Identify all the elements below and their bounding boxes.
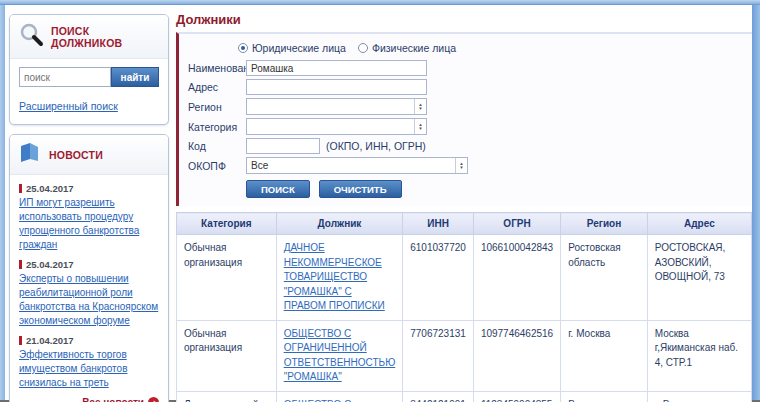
address-label: Адрес (188, 81, 246, 93)
news-date: 25.04.2017 (19, 259, 159, 270)
sidebar: ПОИСК ДОЛЖНИКОВ найти Расширенный поиск … (9, 14, 169, 402)
address-input[interactable] (246, 79, 427, 95)
debtor-link[interactable]: ОБЩЕСТВО С ОГРАНИЧЕННОЙ ОТВЕТСТВЕННОСТЬЮ… (284, 399, 396, 402)
debtor-search-panel: ПОИСК ДОЛЖНИКОВ найти Расширенный поиск (9, 14, 169, 125)
address-cell: РОСТОВСКАЯ, АЗОВСКИЙ, ОВОЩНОЙ, 73 (647, 235, 751, 321)
select-stepper-icon[interactable]: ▲▼ (455, 158, 467, 173)
name-label: Наименование (188, 62, 246, 74)
okopf-label: ОКОПФ (188, 160, 246, 172)
ogrn-cell: 1123459004855 (473, 391, 560, 402)
column-header[interactable]: Должник (276, 213, 403, 235)
search-input[interactable] (19, 67, 111, 87)
region-cell: г. Москва (561, 320, 648, 391)
ogrn-cell: 1097746462516 (473, 320, 560, 391)
okopf-select-value: Все (247, 160, 455, 171)
news-title: НОВОСТИ (49, 149, 103, 161)
address-cell: Москва г,Якиманская наб. 4, СТР.1 (647, 320, 751, 391)
name-input[interactable] (246, 60, 427, 76)
column-header[interactable]: ИНН (403, 213, 474, 235)
region-select[interactable]: ▲▼ (246, 98, 427, 115)
all-news-link[interactable]: Все новости (82, 397, 144, 402)
column-header[interactable]: Категория (177, 213, 277, 235)
news-item: 25.04.2017Эксперты о повышении реабилита… (19, 259, 159, 328)
book-icon (18, 142, 42, 168)
debtor-cell: ОБЩЕСТВО С ОГРАНИЧЕННОЙ ОТВЕТСТВЕННОСТЬЮ… (276, 320, 403, 391)
inn-cell: 3442121991 (403, 391, 474, 402)
date-tick-icon (19, 336, 22, 345)
debtor-search-title: ПОИСК ДОЛЖНИКОВ (51, 25, 160, 49)
category-label: Категория (188, 121, 246, 133)
category-cell: Ликвидируемый должник (177, 391, 277, 402)
legal-entities-radio[interactable]: Юридические лица (238, 42, 346, 54)
debtor-filter-form: Юридические лица Физические лица Наимено… (176, 32, 752, 206)
radio-unselected-icon[interactable] (358, 43, 368, 53)
inn-cell: 7706723131 (403, 320, 474, 391)
news-panel-header: НОВОСТИ (10, 135, 168, 175)
code-hint: (ОКПО, ИНН, ОГРН) (326, 140, 426, 152)
region-cell: Волгоградская область (561, 391, 648, 402)
main-content: Должники Юридические лица Физические лиц… (176, 12, 752, 402)
news-date: 21.04.2017 (19, 335, 159, 346)
debtor-link[interactable]: ОБЩЕСТВО С ОГРАНИЧЕННОЙ ОТВЕТСТВЕННОСТЬЮ… (284, 328, 396, 383)
news-link[interactable]: ИП могут разрешить использовать процедур… (19, 196, 159, 252)
debtor-cell: ДАЧНОЕ НЕКОММЕРЧЕСКОЕ ТОВАРИЩЕСТВО "РОМА… (276, 235, 403, 321)
category-cell: Обычная организация (177, 235, 277, 321)
date-tick-icon (19, 260, 22, 269)
debtor-link[interactable]: ДАЧНОЕ НЕКОММЕРЧЕСКОЕ ТОВАРИЩЕСТВО "РОМА… (284, 242, 385, 311)
news-date: 25.04.2017 (19, 183, 159, 194)
page-top-border (0, 0, 760, 5)
news-link[interactable]: Эксперты о повышении реабилитационной ро… (19, 272, 159, 328)
ogrn-cell: 1066100042843 (473, 235, 560, 321)
page-left-border (0, 5, 5, 402)
okopf-select[interactable]: Все ▲▼ (246, 157, 468, 174)
individuals-radio[interactable]: Физические лица (358, 42, 456, 54)
column-header[interactable]: Адрес (647, 213, 751, 235)
inn-cell: 6101037720 (403, 235, 474, 321)
column-header[interactable]: ОГРН (473, 213, 560, 235)
date-tick-icon (19, 184, 22, 193)
table-row: Обычная организацияОБЩЕСТВО С ОГРАНИЧЕНН… (177, 320, 752, 391)
code-label: Код (188, 140, 246, 152)
legal-entities-label: Юридические лица (252, 42, 346, 54)
debtor-cell: ОБЩЕСТВО С ОГРАНИЧЕННОЙ ОТВЕТСТВЕННОСТЬЮ… (276, 391, 403, 402)
region-cell: Ростовская область (561, 235, 648, 321)
all-news-row: Все новости➜ (19, 397, 159, 402)
advanced-search-link[interactable]: Расширенный поиск (19, 100, 118, 112)
search-icon (18, 22, 44, 52)
news-link[interactable]: Эффективность торгов имуществом банкрото… (19, 348, 159, 390)
select-stepper-icon[interactable]: ▲▼ (414, 119, 426, 134)
radio-selected-icon[interactable] (238, 43, 248, 53)
news-panel: НОВОСТИ 25.04.2017ИП могут разрешить исп… (9, 134, 169, 402)
code-input[interactable] (246, 138, 320, 154)
news-item: 21.04.2017Эффективность торгов имущество… (19, 335, 159, 390)
page-title: Должники (176, 12, 752, 27)
address-cell: г. Волгоград, проспект Волжский, 4К (647, 391, 751, 402)
clear-button[interactable]: ОЧИСТИТЬ (319, 180, 402, 198)
debtors-table: КатегорияДолжникИННОГРНРегионАдрес Обычн… (176, 212, 752, 402)
find-button[interactable]: найти (111, 67, 159, 87)
table-row: Обычная организацияДАЧНОЕ НЕКОММЕРЧЕСКОЕ… (177, 235, 752, 321)
column-header[interactable]: Регион (561, 213, 648, 235)
select-stepper-icon[interactable]: ▲▼ (414, 99, 426, 114)
arrow-circle-icon: ➜ (148, 397, 159, 402)
search-button[interactable]: ПОИСК (246, 180, 310, 198)
page-right-border (752, 5, 760, 402)
debtor-search-panel-header: ПОИСК ДОЛЖНИКОВ (10, 15, 168, 59)
news-item: 25.04.2017ИП могут разрешить использоват… (19, 183, 159, 252)
category-cell: Обычная организация (177, 320, 277, 391)
category-select[interactable]: ▲▼ (246, 118, 427, 135)
region-label: Регион (188, 101, 246, 113)
individuals-label: Физические лица (372, 42, 456, 54)
table-row: Ликвидируемый должникОБЩЕСТВО С ОГРАНИЧЕ… (177, 391, 752, 402)
